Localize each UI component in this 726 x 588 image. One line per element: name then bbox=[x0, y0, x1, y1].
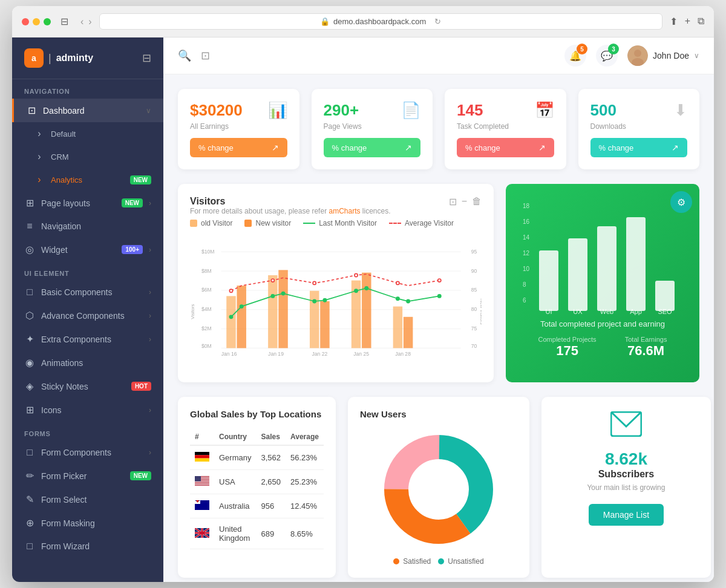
stat-change-btn[interactable]: % change ↗ bbox=[190, 138, 287, 157]
svg-text:Web: Web bbox=[600, 308, 613, 315]
forward-icon[interactable]: › bbox=[88, 16, 91, 27]
sidebar-item-default[interactable]: › Default bbox=[12, 122, 163, 145]
gear-icon[interactable]: ⚙ bbox=[670, 191, 692, 213]
sidebar-item-label: Advance Components bbox=[41, 311, 143, 321]
svg-point-32 bbox=[364, 286, 368, 290]
svg-text:$2M: $2M bbox=[201, 325, 212, 332]
svg-text:Visitors: Visitors bbox=[190, 304, 195, 319]
cell-sales: 689 bbox=[256, 518, 286, 549]
sidebar-item-widget[interactable]: ◎ Widget 100+ › bbox=[12, 238, 163, 261]
browser-dots bbox=[22, 18, 51, 25]
chevron-icon: › bbox=[149, 312, 151, 320]
sidebar-item-page-layouts[interactable]: ⊞ Page layouts NEW › bbox=[12, 191, 163, 215]
share-icon[interactable]: ⬆ bbox=[670, 16, 678, 27]
sidebar-item-extra-components[interactable]: ✦ Extra Components › bbox=[12, 327, 163, 351]
arrow-icon: › bbox=[34, 128, 45, 139]
chevron-icon: › bbox=[149, 288, 151, 296]
sidebar-item-crm[interactable]: › CRM bbox=[12, 145, 163, 168]
sidebar-section-ui-element: UI Element bbox=[12, 261, 163, 281]
bottom-row: Global Sales by Top Locations # Country … bbox=[178, 397, 699, 578]
menu-icon: ≡ bbox=[24, 221, 35, 232]
envelope-svg bbox=[610, 411, 642, 437]
sidebar-item-analytics[interactable]: › Analytics NEW bbox=[12, 168, 163, 191]
reload-icon[interactable]: ↻ bbox=[434, 17, 441, 26]
change-label: % change bbox=[599, 143, 634, 152]
stat-change-btn[interactable]: % change ↗ bbox=[457, 138, 554, 157]
stat-change-btn[interactable]: % change ↗ bbox=[324, 138, 421, 157]
duplicate-icon[interactable]: ⧉ bbox=[698, 16, 704, 27]
legend-last-month: Last Month Visitor bbox=[303, 219, 377, 227]
sidebar-item-icons[interactable]: ⊞ Icons › bbox=[12, 398, 163, 422]
new-tab-icon[interactable]: + bbox=[685, 16, 690, 27]
user-menu[interactable]: John Doe ∨ bbox=[627, 45, 699, 66]
sidebar-toggle[interactable]: ⊟ bbox=[142, 51, 151, 65]
donut-title: New Users bbox=[360, 409, 517, 419]
sidebar-item-basic-components[interactable]: □ Basic Components › bbox=[12, 281, 163, 304]
main-content: 🔍 ⊡ 🔔 5 💬 3 bbox=[163, 38, 714, 582]
topbar: 🔍 ⊡ 🔔 5 💬 3 bbox=[163, 38, 714, 74]
table-row: United Kingdom 689 8.65% bbox=[190, 518, 324, 549]
amcharts-link[interactable]: amCharts bbox=[329, 207, 360, 215]
maximize-dot[interactable] bbox=[44, 18, 51, 25]
stat-change-btn[interactable]: % change ↗ bbox=[590, 138, 688, 157]
chevron-icon: › bbox=[149, 406, 151, 414]
chevron-icon: ∨ bbox=[146, 106, 151, 115]
notification-button[interactable]: 🔔 5 bbox=[564, 45, 586, 67]
sidebar-item-navigation[interactable]: ≡ Navigation bbox=[12, 215, 163, 238]
sidebar-item-dashboard[interactable]: ⊡ Dashboard ∨ bbox=[12, 99, 163, 122]
svg-text:$6M: $6M bbox=[201, 287, 212, 293]
browser-actions: ⬆ + ⧉ bbox=[670, 16, 704, 27]
sidebar-item-label: Form Select bbox=[41, 495, 151, 505]
svg-text:Jan 28: Jan 28 bbox=[395, 351, 411, 357]
expand-icon[interactable]: ⊡ bbox=[201, 49, 210, 62]
delete-icon[interactable]: 🗑 bbox=[472, 196, 482, 207]
chart-legend: old Visitor New visitor Last Month Visit… bbox=[190, 219, 482, 227]
stat-info: 290+ Page Views bbox=[324, 101, 362, 131]
sidebar-toggle-icon[interactable]: ⊟ bbox=[60, 16, 68, 27]
close-dot[interactable] bbox=[22, 18, 29, 25]
arrow-icon: › bbox=[34, 151, 45, 162]
minimize-dot[interactable] bbox=[33, 18, 40, 25]
change-label: % change bbox=[198, 143, 234, 152]
svg-text:UX: UX bbox=[573, 308, 583, 315]
sidebar-item-label: Extra Components bbox=[41, 335, 143, 344]
svg-point-28 bbox=[281, 292, 286, 296]
cell-avg: 25.23% bbox=[286, 470, 324, 494]
svg-rect-72 bbox=[195, 452, 209, 455]
sidebar: a | adminty ⊟ Navigation ⊡ Dashboard ∨ ›… bbox=[12, 38, 163, 582]
svg-text:$4M: $4M bbox=[201, 306, 212, 312]
svg-rect-73 bbox=[195, 455, 209, 458]
sidebar-item-form-select[interactable]: ✎ Form Select bbox=[12, 488, 163, 511]
donut-legend: Satisfied Unsatisfied bbox=[360, 557, 517, 566]
sidebar-item-advance-components[interactable]: ⬡ Advance Components › bbox=[12, 304, 163, 327]
messages-button[interactable]: 💬 3 bbox=[596, 45, 618, 67]
svg-rect-81 bbox=[195, 485, 209, 485]
manage-list-button[interactable]: Manage List bbox=[589, 504, 664, 526]
legend-label: old Visitor bbox=[201, 219, 232, 227]
back-icon[interactable]: ‹ bbox=[80, 16, 83, 27]
sidebar-item-label: Form Components bbox=[41, 448, 143, 457]
svg-point-29 bbox=[312, 299, 316, 304]
sidebar-item-form-components[interactable]: □ Form Components › bbox=[12, 441, 163, 464]
sidebar-item-form-wizard[interactable]: □ Form Wizard bbox=[12, 535, 163, 558]
fullscreen-icon[interactable]: ⊡ bbox=[449, 196, 457, 207]
chart-icon: 📊 bbox=[268, 101, 287, 120]
lock-icon: 🔒 bbox=[320, 17, 330, 26]
minimize-icon[interactable]: − bbox=[462, 196, 467, 207]
url-bar[interactable]: 🔒 demo.dashboardpack.com ↻ bbox=[99, 13, 662, 30]
email-icon bbox=[610, 411, 642, 442]
search-icon[interactable]: 🔍 bbox=[178, 49, 191, 62]
svg-rect-82 bbox=[195, 476, 201, 482]
sidebar-item-form-picker[interactable]: ✏ Form Picker NEW bbox=[12, 464, 163, 488]
green-chart-svg: 18 16 14 12 10 8 6 UI bbox=[518, 196, 687, 317]
cell-avg: 8.65% bbox=[286, 518, 324, 549]
sidebar-item-form-masking[interactable]: ⊕ Form Masking bbox=[12, 511, 163, 535]
green-panel-title: Total completed project and earning bbox=[524, 319, 681, 328]
sidebar-section-navigation: Navigation bbox=[12, 79, 163, 99]
url-text: demo.dashboardpack.com bbox=[333, 17, 426, 26]
sidebar-item-animations[interactable]: ◉ Animations bbox=[12, 351, 163, 374]
extra-icon: ✦ bbox=[24, 333, 35, 345]
stat-label: Downloads bbox=[590, 122, 626, 131]
sidebar-item-sticky-notes[interactable]: ◈ Sticky Notes HOT bbox=[12, 374, 163, 398]
stat-card-top: 145 Task Completed 📅 bbox=[457, 101, 554, 131]
